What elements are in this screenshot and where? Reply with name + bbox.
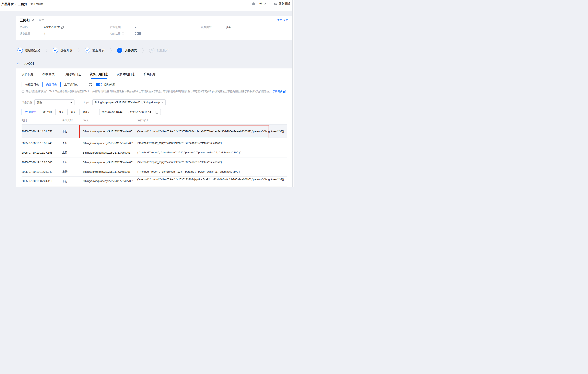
log-topic: $thing/up/property/AJZJ5G17ZX/dev001 [83, 151, 137, 154]
check-icon [18, 48, 23, 53]
log-table-body: 2025-07-30 19:14:31.658 下行 $thing/down/p… [21, 124, 287, 186]
back-arrow-icon[interactable] [17, 63, 21, 65]
back-to-legacy-link[interactable]: 回到旧版 [274, 2, 290, 6]
device-name: dev001 [24, 62, 34, 66]
table-row: 2025-07-30 19:13:37.249 下行 $thing/down/p… [21, 138, 287, 148]
step-device-debug[interactable]: 4 设备调试 [117, 48, 137, 53]
tab-extended-info[interactable]: 扩展信息 [144, 70, 156, 79]
step-chevron-icon [142, 47, 144, 53]
log-content: { "method":"report", "clientToken":"123"… [137, 151, 287, 154]
tab-online-debug[interactable]: 在线调试 [42, 70, 54, 79]
globe-icon [252, 2, 255, 5]
breadcrumb-section[interactable]: 产品开发 [1, 2, 14, 6]
log-type-label: 日志类型 [21, 101, 32, 104]
log-time: 2025-07-30 19:13:37.249 [21, 142, 62, 145]
step-number: 4 [117, 48, 122, 53]
step-chevron-icon [46, 47, 47, 53]
topbar: 产品开发 / 三路灯 免开发面板 广州 回到旧版 [0, 0, 294, 11]
log-content: {"method":"control","clientToken":"v2530… [137, 177, 287, 181]
dynamic-register-label: 动态注册 [110, 32, 124, 35]
tab-cloud-diagnose-log[interactable]: 云端诊断日志 [63, 70, 81, 79]
region-label: 广州 [257, 2, 262, 6]
vertical-scrollbar[interactable] [292, 0, 294, 187]
step-chevron-icon [110, 47, 112, 53]
external-link-icon [283, 90, 286, 93]
log-topic: $thing/down/property/AJZJ5G17ZX/dev001 [83, 179, 137, 183]
back-to-legacy-label: 回到旧版 [279, 2, 290, 6]
table-row: 2025-07-30 19:13:26.005 下行 $thing/down/p… [21, 157, 287, 167]
device-heading: dev001 [17, 62, 34, 66]
column-header-time: 时间 [21, 119, 62, 122]
region-selector[interactable]: 广州 [250, 1, 268, 7]
step-batch-production[interactable]: 5 批量投产 [149, 48, 169, 53]
table-row: 2025-07-30 19:13:25.942 上行 $thing/up/pro… [21, 167, 287, 176]
range-30min-button[interactable]: 近30分钟 [21, 109, 39, 115]
log-direction: 下行 [62, 179, 83, 183]
log-content: {"method":"report_reply","clientToken":"… [137, 160, 287, 164]
panel-link[interactable]: 免开发面板 [30, 2, 43, 6]
more-info-link[interactable]: 更多信息 [277, 18, 288, 22]
refresh-icon[interactable] [89, 83, 92, 86]
log-content: {"method":"control","clientToken":"v2530… [137, 129, 287, 133]
log-type-notice: 日志类型选择“属性”，Topic下拉框自动加载属性对应的Topic，并查询出所选… [21, 90, 287, 93]
copy-icon[interactable] [61, 26, 64, 29]
step-chevron-icon [78, 47, 80, 53]
check-icon [53, 48, 58, 53]
column-header-content: 通信内容 [137, 119, 287, 122]
notice-text: 日志类型选择“属性”，Topic下拉框自动加载属性对应的Topic，并查询出所选… [26, 90, 272, 93]
device-tabs: 设备信息 在线调试 云端诊断日志 设备云端日志 设备本地日志 扩展信息 [21, 68, 287, 79]
log-type-online-offline-button[interactable]: 上下线日志 [60, 82, 81, 88]
device-detail-card: 设备信息 在线调试 云端诊断日志 设备云端日志 设备本地日志 扩展信息 物模型日… [16, 68, 292, 187]
step-interaction-develop[interactable]: 交互开发 [85, 48, 105, 53]
table-row: 2025-07-30 19:13:37.185 上行 $thing/up/pro… [21, 148, 287, 157]
info-circle-icon [21, 90, 24, 93]
auto-refresh-label: 自动刷新 [104, 83, 115, 86]
log-type-select[interactable]: 属性 [34, 99, 74, 105]
range-today-button[interactable]: 今天 [55, 109, 68, 115]
log-type-content-button[interactable]: 内容日志 [42, 82, 61, 88]
breadcrumb-separator: / [15, 2, 16, 6]
range-1hour-button[interactable]: 近1小时 [39, 109, 55, 115]
log-direction: 下行 [62, 130, 83, 133]
tab-device-cloud-log[interactable]: 设备云端日志 [90, 70, 108, 79]
edit-pencil-icon[interactable] [32, 19, 34, 22]
chevron-down-icon [161, 102, 163, 103]
dynamic-register-toggle[interactable] [135, 32, 141, 35]
step-device-develop[interactable]: 设备开发 [53, 48, 73, 53]
topic-label: topic [84, 101, 90, 104]
range-yesterday-button[interactable]: 昨天 [67, 109, 80, 115]
log-topic: $thing/down/property/AJZJ5G17ZX/dev001 [83, 142, 137, 145]
chevron-down-icon [264, 3, 266, 5]
log-topic: $thing/up/property/AJZJ5G17ZX/dev001 [83, 170, 137, 173]
log-time: 2025-07-30 19:07:24.119 [21, 179, 62, 183]
swap-arrows-icon [274, 2, 277, 5]
topic-select[interactable]: $thing/up/property/AJZJ5G17ZX/dev001, $t… [92, 99, 166, 105]
breadcrumb-product[interactable]: 三路灯 [18, 2, 27, 6]
device-type-label: 设备类型 [201, 26, 212, 29]
log-content: {"method":"report_reply","clientToken":"… [137, 141, 287, 145]
column-header-topic: Topic [83, 119, 137, 122]
log-time: 2025-07-30 19:13:37.185 [21, 151, 62, 154]
product-id-value: AJZJ5G17ZX [44, 26, 64, 29]
date-range-picker[interactable]: 2025-07-30 18:44 ~ 2025-07-30 19:14 [99, 109, 161, 115]
log-type-switcher: 物模型日志 内容日志 上下线日志 [21, 82, 81, 88]
breadcrumb: 产品开发 / 三路灯 免开发面板 [1, 0, 43, 8]
learn-more-link[interactable]: 了解更多 [273, 90, 286, 93]
range-3days-button[interactable]: 近3天 [79, 109, 93, 115]
product-id-label: 产品ID [20, 26, 28, 29]
calendar-icon [156, 110, 158, 114]
tab-device-info[interactable]: 设备信息 [21, 70, 34, 79]
log-time: 2025-07-30 19:14:31.658 [21, 130, 62, 133]
log-type-thing-model-button[interactable]: 物模型日志 [21, 82, 42, 88]
table-row: 2025-07-30 19:14:31.658 下行 $thing/down/p… [21, 124, 287, 138]
log-table: 时间 通讯类型 Topic 通信内容 2025-07-30 19:14:31.6… [21, 117, 287, 186]
tab-device-local-log[interactable]: 设备本地日志 [117, 70, 135, 79]
check-icon [85, 48, 90, 53]
auto-refresh-toggle[interactable] [96, 83, 102, 86]
product-summary-card: 三路灯 开发中 更多信息 产品ID AJZJ5G17ZX 产品密钥 - 设备类型… [16, 16, 292, 40]
product-secret-label: 产品密钥 [110, 26, 121, 29]
time-range-switcher: 近30分钟 近1小时 今天 昨天 近3天 [21, 109, 93, 115]
device-count-value: 1 [44, 32, 45, 35]
step-thing-model[interactable]: 物模型定义 [18, 48, 40, 53]
device-type-value: 设备 [226, 26, 231, 29]
